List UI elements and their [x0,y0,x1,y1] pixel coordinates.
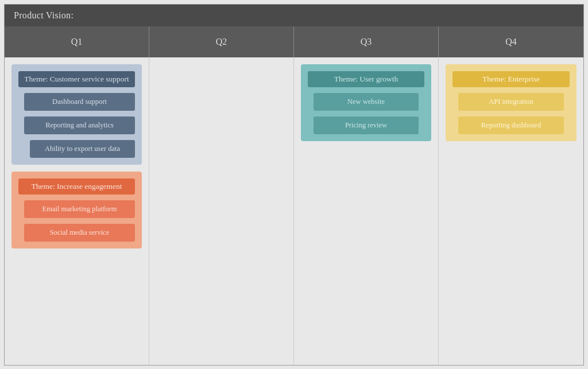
theme-growth-title: Theme: User growth [308,71,424,87]
feature-api[interactable]: API integration [458,93,564,111]
q2-column [149,57,294,365]
title-bar: Product Vision: [5,5,583,26]
feature-pricing[interactable]: Pricing review [314,116,419,134]
theme-engagement: Theme: Increase engagement Email marketi… [11,172,142,248]
q3-column: Theme: User growth New website Pricing r… [294,57,439,365]
app-container: Product Vision: Q1 Q2 Q3 Q4 Theme: Custo… [4,4,584,366]
feature-social[interactable]: Social media service [24,224,135,242]
q4-column: Theme: Enterprise API integration Report… [439,57,583,365]
content-grid: Theme: Customer service support Dashboar… [5,57,583,365]
q2-header: Q2 [149,26,294,57]
theme-engagement-title: Theme: Increase engagement [18,178,135,195]
q1-column: Theme: Customer service support Dashboar… [5,57,149,365]
q1-header: Q1 [5,26,149,57]
feature-export[interactable]: Ability to export user data [30,140,135,158]
theme-enterprise: Theme: Enterprise API integration Report… [446,64,577,141]
feature-reporting-dashboard[interactable]: Reporting dashboard [458,116,564,134]
feature-website[interactable]: New website [314,93,419,111]
q4-header: Q4 [439,26,583,57]
theme-customer-service: Theme: Customer service support Dashboar… [11,64,142,165]
feature-reporting[interactable]: Reporting and analytics [24,116,135,134]
theme-customer-title: Theme: Customer service support [18,71,135,87]
q3-header: Q3 [294,26,439,57]
theme-user-growth: Theme: User growth New website Pricing r… [301,64,431,141]
quarters-header: Q1 Q2 Q3 Q4 [5,26,583,57]
feature-email[interactable]: Email marketing platform [24,200,135,218]
page-title: Product Vision: [14,10,74,20]
theme-enterprise-title: Theme: Enterprise [452,71,570,87]
feature-dashboard[interactable]: Dashboard support [24,93,135,111]
